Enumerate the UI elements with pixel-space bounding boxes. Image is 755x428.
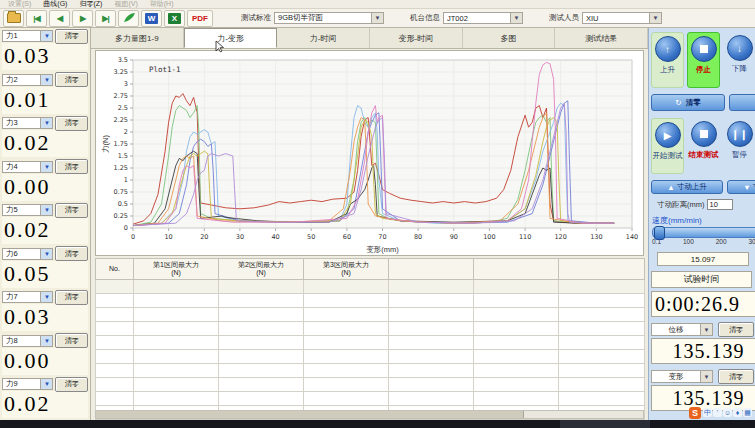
word-export-icon[interactable]: W [141,10,162,27]
table-cell [559,294,645,308]
chevron-down-icon[interactable]: ▼ [371,13,383,23]
crosshead-up-button[interactable]: ↑ 上升 [651,32,684,88]
chevron-down-icon[interactable]: ▼ [649,13,661,23]
pause-test-button[interactable]: ❙❙ 暂停 [723,118,755,174]
channel-select-4[interactable]: 力4▼ [2,161,53,173]
next-record-icon[interactable]: ▶ [72,10,93,27]
svg-text:1.25: 1.25 [114,164,128,172]
svg-text:120: 120 [554,233,566,241]
displacement-combo[interactable]: 位移 ▼ [651,323,713,336]
table-header-0: No. [96,259,134,280]
channel-clear-button-2[interactable]: 清零 [55,72,88,87]
tab-2[interactable]: 力-变形 [184,28,278,48]
open-file-icon[interactable] [3,10,24,27]
channel-clear-button-8[interactable]: 清零 [55,333,88,348]
field-label: 测试标准 [241,13,271,23]
chevron-down-icon[interactable]: ▼ [40,379,52,389]
end-test-button[interactable]: 结束测试 [687,118,720,174]
sogou-input-toolbar[interactable]: S 中 ’ ☺ ♦ ▦ [689,406,753,419]
deformation-clear-button[interactable]: 清零 [718,369,754,384]
emoji-icon[interactable]: ☺ [723,408,732,417]
clear-all-button[interactable]: ↻ 清零 [651,94,725,111]
menu-item-2[interactable]: 曲线(G) [43,0,67,9]
last-record-icon[interactable]: ▶| [95,10,116,27]
channel-select-3[interactable]: 力3▼ [2,117,53,129]
chevron-down-icon[interactable]: ▼ [700,371,712,382]
channel-clear-button-6[interactable]: 清零 [55,246,88,261]
table-cell [96,308,134,322]
test-time-header: 试验时间 [651,271,752,288]
channel-value-8: 0.00 [2,348,88,375]
channel-clear-button-1[interactable]: 清零 [55,29,88,44]
tab-3[interactable]: 力-时间 [277,28,370,48]
crosshead-down-button[interactable]: ↓ 下降 [723,32,755,88]
chevron-down-icon[interactable]: ▼ [40,249,52,259]
partial-button[interactable]: ≡ [729,94,755,111]
tab-5[interactable]: 多图 [463,28,556,48]
chevron-down-icon[interactable]: ▼ [40,205,52,215]
first-record-icon[interactable]: |◀ [26,10,47,27]
prev-record-icon[interactable]: ◀ [49,10,70,27]
channel-name: 力5 [3,205,40,215]
table-cell [389,336,474,350]
channel-select-5[interactable]: 力5▼ [2,204,53,216]
table-row [96,364,645,378]
speed-slider-thumb[interactable] [654,226,665,240]
windows-taskbar[interactable] [0,420,755,428]
stop-button[interactable]: 停止 [687,32,720,88]
tab-4[interactable]: 变形-时间 [370,28,463,48]
channel-clear-button-4[interactable]: 清零 [55,159,88,174]
jog-down-button[interactable]: ▼ 寸动下降 [727,180,755,194]
keyboard-icon[interactable]: ▦ [743,408,752,417]
channel-select-2[interactable]: 力2▼ [2,74,53,86]
menu-item-3[interactable]: 归零(Z) [79,0,102,9]
svg-text:130: 130 [590,233,602,241]
chevron-down-icon[interactable]: ▼ [40,336,52,346]
force-channel-sidebar: 力1▼清零0.03力2▼清零0.01力3▼清零0.02力4▼清零0.00力5▼清… [0,28,91,420]
chevron-down-icon[interactable]: ▼ [40,118,52,128]
chevron-down-icon[interactable]: ▼ [40,75,52,85]
channel-clear-button-5[interactable]: 清零 [55,203,88,218]
speed-slider[interactable] [652,227,755,238]
chevron-down-icon[interactable]: ▼ [40,162,52,172]
svg-text:80: 80 [414,233,422,241]
chevron-down-icon[interactable]: ▼ [510,13,522,23]
pointer-icon[interactable]: ’ [713,408,722,417]
channel-clear-button-3[interactable]: 清零 [55,116,88,131]
pause-icon: ❙❙ [727,121,753,147]
jog-distance-input[interactable]: 10 [707,199,733,210]
field-combo-0[interactable]: 9GB切半背面▼ [274,12,384,24]
nav-glyph: ▶ [80,14,85,23]
field-combo-1[interactable]: JT002▼ [443,12,523,24]
chevron-down-icon[interactable]: ▼ [40,292,52,302]
excel-export-icon[interactable]: X [164,10,185,27]
sogou-logo-icon[interactable]: S [689,407,701,419]
channel-clear-button-9[interactable]: 清零 [55,377,88,392]
field-combo-2[interactable]: XIU▼ [582,12,662,24]
deformation-combo-value: 变形 [652,372,700,382]
deformation-combo[interactable]: 变形 ▼ [651,370,713,383]
chevron-down-icon[interactable]: ▼ [40,31,52,41]
mic-icon[interactable]: ♦ [733,408,742,417]
svg-text:100: 100 [483,233,495,241]
scrollbar-thumb[interactable] [96,411,524,418]
chinese-mode-icon[interactable]: 中 [703,408,712,417]
feather-icon[interactable] [118,10,139,27]
chevron-down-icon[interactable]: ▼ [700,324,712,335]
channel-select-9[interactable]: 力9▼ [2,378,53,390]
channel-select-7[interactable]: 力7▼ [2,291,53,303]
channel-clear-button-7[interactable]: 清零 [55,290,88,305]
channel-select-6[interactable]: 力6▼ [2,248,53,260]
result-table: No.第1区间最大力(N)第2区间最大力(N)第3区间最大力(N) [95,258,645,420]
tab-6[interactable]: 测试结果 [555,28,648,48]
pdf-export-icon[interactable]: PDF [187,10,213,27]
displacement-clear-button[interactable]: 清零 [718,322,754,337]
channel-select-8[interactable]: 力8▼ [2,335,53,347]
start-test-button[interactable]: ▶ 开始测试 [651,118,684,174]
jog-up-button[interactable]: ▲ 寸动上升 [651,180,723,194]
table-header-5 [474,259,559,280]
horizontal-scrollbar[interactable] [95,410,644,419]
pause-test-label: 暂停 [732,150,747,160]
channel-select-1[interactable]: 力1▼ [2,30,53,42]
tab-1[interactable]: 多力量图1-9 [91,28,184,48]
